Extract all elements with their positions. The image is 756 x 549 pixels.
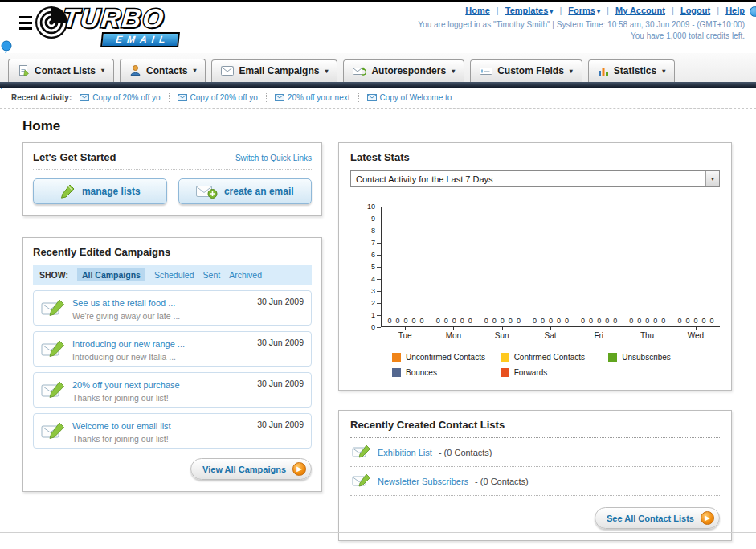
nav-tab-label: Statistics [614,65,656,76]
view-all-campaigns-button[interactable]: View All Campaigns ▶ [190,458,312,480]
legend-label: Unsubscribes [622,353,671,362]
legend-swatch [501,353,509,362]
stats-chart: 109876543210 000000000000000000000000000… [350,207,720,377]
campaign-title-link[interactable]: See us at the retail food ... [72,298,175,308]
campaign-subtitle: Thanks for joining our list! [72,434,257,444]
see-all-contact-lists-button[interactable]: See All Contact Lists ▶ [595,507,720,529]
switch-quick-links-link[interactable]: Switch to Quick Links [235,154,312,162]
recent-activity-item[interactable]: 20% off your next [275,93,359,102]
campaign-title-link[interactable]: Welcome to our email list [72,421,171,431]
nav-tab-contacts[interactable]: Contacts ▾ [120,59,206,82]
pencil-icon [59,184,76,199]
bar-value-label: 0 [629,317,633,325]
contact-list-row[interactable]: Newsletter Subscribers - (0 Contacts) [350,467,720,496]
chart-plot-area: 00000000000000000000000000000000000 [381,207,720,327]
get-started-buttons: manage lists create an email [33,178,312,204]
bar-value-label: 0 [541,317,545,325]
bar-value-labels: 00000 [526,317,574,325]
bar-value-label: 0 [501,317,505,325]
x-tick-label: Fri [574,327,623,340]
nav-tab-custom-fields[interactable]: Custom Fields ▾ [470,59,582,82]
campaign-filter-bar: SHOW: All Campaigns Scheduled Sent Archi… [33,265,312,285]
recent-activity-label: Recent Activity: [11,93,72,102]
recent-activity-bar: Recent Activity: Copy of 20% off yo Copy… [0,88,756,109]
bar-value-label: 0 [653,317,657,325]
campaigns-panel-action: View All Campaigns ▶ [33,458,312,480]
top-nav-templates-label: Templates [505,6,549,15]
create-email-button[interactable]: create an email [178,178,313,204]
campaign-title-link[interactable]: Introducing our new range ... [72,339,185,349]
campaign-row[interactable]: Introducing our new range ... Introducin… [33,331,312,367]
filter-scheduled[interactable]: Scheduled [154,270,194,280]
left-column: Let's Get Started Switch to Quick Links … [22,142,322,492]
bar-value-label: 0 [557,317,561,325]
recent-activity-item[interactable]: Copy of 20% off yo [80,93,169,102]
envelope-pencil-icon [41,381,65,399]
bar-value-labels: 00000 [575,317,623,325]
bar-value-label: 0 [396,317,400,325]
contact-list-link[interactable]: Exhibition List [378,448,432,457]
filter-archived[interactable]: Archived [229,270,262,280]
campaign-title-link[interactable]: 20% off your next purchase [72,380,180,390]
top-nav-logout[interactable]: Logout [680,6,710,15]
chevron-down-icon: ▾ [597,8,600,15]
contact-list-link[interactable]: Newsletter Subscribers [378,477,468,486]
top-nav-help[interactable]: Help [725,6,745,15]
campaign-text: Welcome to our email list Thanks for joi… [72,418,257,444]
filter-sent[interactable]: Sent [203,270,221,280]
x-tick-label: Sun [478,327,526,340]
campaign-row[interactable]: See us at the retail food ... We're givi… [33,290,312,326]
nav-tab-label: Contacts [146,65,187,76]
header: TURBO EMAIL Home | Templates▾ | Forms▾ |… [0,2,756,53]
app-logo[interactable]: TURBO EMAIL [19,5,179,47]
chart-legend: Unconfirmed ContactsConfirmed ContactsUn… [392,353,720,377]
legend-label: Confirmed Contacts [514,353,585,362]
bar-value-label: 0 [452,317,456,325]
campaign-subtitle: Introducing our new Italia ... [72,352,257,362]
contact-list-detail: - (0 Contacts) [439,448,492,457]
latest-stats-title: Latest Stats [350,151,720,163]
envelope-pencil-icon [41,340,65,358]
campaign-text: Introducing our new range ... Introducin… [72,336,257,362]
nav-tab-contact-lists[interactable]: Contact Lists ▾ [8,59,114,82]
page: TURBO EMAIL Home | Templates▾ | Forms▾ |… [0,0,756,549]
bar-value-labels: 00000 [430,317,478,325]
campaign-text: See us at the retail food ... We're givi… [72,295,257,321]
bar-value-label: 0 [637,317,641,325]
legend-label: Bounces [406,368,437,377]
contact-list-row[interactable]: Exhibition List - (0 Contacts) [350,438,720,467]
nav-tab-statistics[interactable]: Statistics ▾ [588,59,675,82]
manage-lists-button[interactable]: manage lists [33,178,167,204]
logo-text: TURBO EMAIL [63,5,179,47]
top-nav: Home | Templates▾ | Forms▾ | My Account … [418,6,745,15]
campaign-row[interactable]: 20% off your next purchase Thanks for jo… [33,372,312,408]
recent-activity-item[interactable]: Copy of Welcome to [367,93,460,102]
custom-fields-icon [480,66,492,76]
bar-value-label: 0 [460,317,464,325]
email-campaigns-icon [221,66,234,76]
see-all-contact-lists-label: See All Contact Lists [607,514,694,523]
chart-value-labels: 00000000000000000000000000000000000 [382,317,720,325]
top-nav-forms-label: Forms [568,6,595,15]
top-nav-my-account[interactable]: My Account [615,6,665,15]
legend-swatch [608,353,617,362]
filter-all-campaigns[interactable]: All Campaigns [77,268,145,281]
nav-tab-autoresponders[interactable]: Autoresponders ▾ [343,59,464,82]
top-nav-forms[interactable]: Forms▾ [568,6,600,15]
top-nav-templates[interactable]: Templates▾ [505,6,554,15]
top-nav-home[interactable]: Home [465,6,490,15]
bar-value-label: 0 [613,317,617,325]
recent-campaigns-title: Recently Edited Campaigns [33,246,312,258]
view-all-campaigns-label: View All Campaigns [202,465,286,474]
chevron-down-icon: ▾ [101,67,104,74]
campaign-date: 30 Jun 2009 [257,379,304,388]
stats-period-select[interactable]: Contact Activity for the Last 7 Days ▼ [350,170,720,187]
nav-divider-strip [0,82,756,88]
chevron-down-icon: ▾ [662,68,665,75]
legend-item: Confirmed Contacts [501,353,609,362]
separator: | [497,6,499,15]
statistics-icon [598,66,609,76]
campaign-row[interactable]: Welcome to our email list Thanks for joi… [33,413,312,449]
recent-activity-item[interactable]: Copy of 20% off yo [178,93,267,102]
nav-tab-email-campaigns[interactable]: Email Campaigns ▾ [211,59,337,82]
